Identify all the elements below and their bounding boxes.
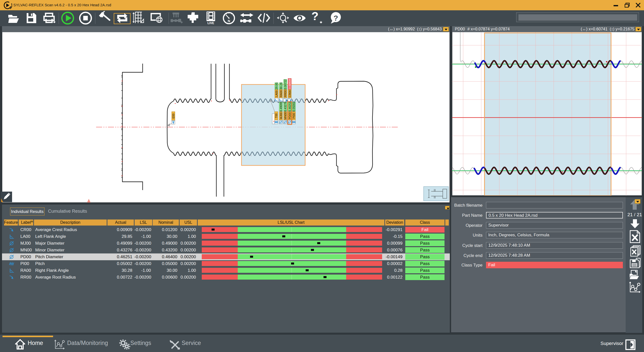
svg-text:0.46251: 0.46251: [288, 102, 291, 112]
svg-text:+: +: [273, 120, 275, 123]
svg-text:LA00: LA00: [275, 91, 278, 97]
svg-text:T00: T00: [275, 113, 278, 118]
svg-text:CR00: CR00: [288, 90, 291, 97]
svg-text:0.49099: 0.49099: [279, 102, 283, 112]
svg-text:PD00: PD00: [288, 112, 291, 119]
svg-text:MJ00: MJ00: [279, 112, 283, 119]
svg-text:?: ?: [334, 14, 338, 22]
svg-text:0.43276: 0.43276: [284, 102, 287, 112]
svg-text:RR00: RR00: [284, 90, 287, 97]
svg-text:E00: E00: [172, 114, 175, 119]
svg-text:0.05002: 0.05002: [292, 102, 295, 112]
svg-text:?: ?: [311, 12, 318, 23]
svg-text:PI00: PI00: [292, 113, 295, 119]
svg-text:0.00909: 0.00909: [288, 79, 291, 89]
svg-text:30.28: 30.28: [279, 82, 283, 90]
svg-text:MN00: MN00: [284, 112, 287, 119]
svg-text:LIVE: LIVE: [208, 21, 214, 25]
svg-text:N: N: [228, 19, 230, 23]
svg-text:RA00: RA00: [279, 90, 283, 97]
svg-text:0.00722: 0.00722: [284, 79, 287, 90]
svg-text:29.85: 29.85: [275, 82, 278, 90]
